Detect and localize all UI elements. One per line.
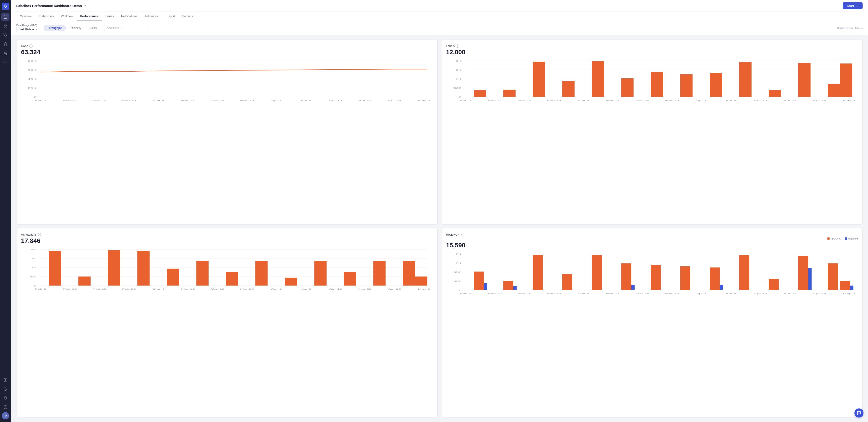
tab-data-rows[interactable]: Data Rows: [36, 12, 57, 21]
sidebar-dark-mode-icon[interactable]: [1, 385, 9, 393]
svg-text:Mar 18: Mar 18: [211, 288, 224, 290]
annotations-chart-value: 17,846: [21, 237, 433, 245]
svg-rect-51: [474, 90, 486, 97]
user-avatar[interactable]: RH: [2, 412, 9, 419]
svg-text:2K: 2K: [456, 262, 462, 264]
svg-text:2K: 2K: [31, 258, 37, 260]
svg-rect-139: [720, 285, 723, 290]
tab-quality[interactable]: Quality: [85, 25, 100, 31]
sidebar-model-icon[interactable]: [1, 40, 9, 48]
tab-performance[interactable]: Performance: [76, 12, 102, 21]
filter-input[interactable]: Add filters: [104, 25, 149, 31]
date-range-select[interactable]: Last 90 days: [16, 27, 40, 32]
reviews-info-icon[interactable]: i: [458, 233, 462, 236]
svg-text:2K: 2K: [31, 267, 37, 269]
svg-rect-53: [533, 62, 545, 97]
svg-text:Mar 18: Mar 18: [636, 292, 649, 294]
svg-text:Feb 5: Feb 5: [460, 99, 471, 101]
svg-text:Apr 8: Apr 8: [301, 99, 311, 101]
svg-point-10: [6, 54, 7, 55]
svg-rect-93: [167, 269, 179, 286]
sidebar-settings-icon[interactable]: [1, 376, 9, 384]
svg-text:Apr 1: Apr 1: [696, 99, 707, 101]
svg-point-8: [6, 51, 7, 53]
svg-rect-60: [739, 62, 752, 97]
reviews-chart-header: Reviews i: [446, 233, 858, 236]
sidebar-catalog-icon[interactable]: [1, 22, 9, 30]
svg-text:Apr 22: Apr 22: [783, 292, 797, 294]
svg-text:Feb 12: Feb 12: [488, 292, 502, 294]
svg-text:Mar 4: Mar 4: [153, 288, 164, 290]
svg-text:Mar 25: Mar 25: [240, 99, 254, 101]
svg-rect-133: [592, 255, 602, 290]
sidebar-home-icon[interactable]: [1, 13, 9, 21]
rejected-dot: [845, 237, 847, 240]
svg-rect-131: [533, 255, 543, 290]
svg-rect-145: [840, 281, 850, 290]
svg-rect-127: [474, 271, 484, 290]
svg-text:750: 750: [28, 275, 37, 278]
project-name[interactable]: Labelbox Performance Dashboard Demo: [16, 4, 86, 8]
svg-text:Apr 29: Apr 29: [813, 99, 826, 101]
fab-button[interactable]: [855, 409, 864, 418]
app-logo[interactable]: [2, 3, 9, 10]
topbar-nav: Overview Data Rows Workflow Performance …: [16, 12, 863, 21]
svg-rect-91: [108, 250, 120, 286]
reviews-chart-value: 15,590: [446, 242, 858, 249]
tab-efficiency[interactable]: Efficiency: [66, 25, 85, 31]
svg-text:550: 550: [453, 280, 462, 282]
annotations-chart-card: Annotations i 17,846 3K 2K 2K 750 0: [16, 228, 438, 418]
svg-rect-141: [769, 279, 779, 290]
svg-text:Feb 26: Feb 26: [122, 99, 136, 101]
done-info-icon[interactable]: i: [29, 44, 33, 48]
tab-issues[interactable]: Issues: [102, 12, 118, 21]
tab-settings[interactable]: Settings: [179, 12, 196, 21]
svg-text:Apr 1: Apr 1: [271, 288, 282, 290]
svg-point-1: [4, 5, 6, 7]
sidebar-label-icon[interactable]: [1, 31, 9, 39]
tab-overview[interactable]: Overview: [16, 12, 36, 21]
tab-workflow[interactable]: Workflow: [57, 12, 76, 21]
sidebar-plugin-icon[interactable]: [1, 58, 9, 66]
sidebar-help-icon[interactable]: [1, 403, 9, 411]
labels-chart-area: 2K 2K 1K 500 0: [446, 59, 858, 104]
svg-text:Mar 11: Mar 11: [606, 99, 620, 101]
svg-rect-99: [344, 272, 356, 286]
sidebar-notifications-icon[interactable]: [1, 394, 9, 402]
labels-info-icon[interactable]: i: [456, 44, 459, 48]
svg-rect-101: [403, 261, 415, 286]
start-button[interactable]: Start: [843, 2, 863, 9]
svg-text:Apr 15: Apr 15: [754, 292, 767, 294]
main-content: Labelbox Performance Dashboard Demo Star…: [11, 0, 868, 422]
date-range-group: Date Range (UTC) Last 90 days: [16, 24, 40, 32]
metric-tabs: Throughput Efficiency Quality: [44, 25, 100, 31]
tab-export[interactable]: Export: [163, 12, 179, 21]
svg-rect-96: [255, 261, 268, 286]
tab-notifications[interactable]: Notifications: [118, 12, 141, 21]
svg-rect-64: [840, 63, 852, 97]
tab-throughput[interactable]: Throughput: [44, 25, 66, 31]
svg-text:Apr 8: Apr 8: [725, 99, 736, 101]
svg-text:0: 0: [459, 96, 462, 98]
svg-text:2K: 2K: [456, 60, 462, 62]
sidebar-workflow-icon[interactable]: [1, 49, 9, 57]
svg-rect-100: [373, 261, 385, 286]
svg-rect-137: [680, 266, 690, 290]
svg-rect-140: [739, 255, 749, 290]
svg-rect-5: [6, 26, 7, 27]
svg-text:May 6: May 6: [418, 99, 430, 101]
svg-text:Feb 19: Feb 19: [518, 292, 531, 294]
svg-text:Feb 12: Feb 12: [488, 99, 502, 101]
svg-rect-62: [798, 63, 811, 97]
svg-rect-142: [798, 256, 808, 290]
svg-text:Feb 26: Feb 26: [547, 99, 561, 101]
svg-rect-56: [621, 78, 633, 97]
svg-rect-4: [4, 26, 5, 27]
annotations-info-icon[interactable]: i: [38, 233, 41, 236]
reviews-chart-card: Reviews i Approved Rejected 15,590: [441, 228, 863, 418]
svg-text:Apr 1: Apr 1: [271, 99, 282, 101]
reviews-chart-area: 2K 2K 550 550 0: [446, 252, 858, 297]
svg-rect-59: [710, 73, 722, 97]
svg-line-11: [5, 53, 6, 54]
tab-automation[interactable]: Automation: [141, 12, 163, 21]
